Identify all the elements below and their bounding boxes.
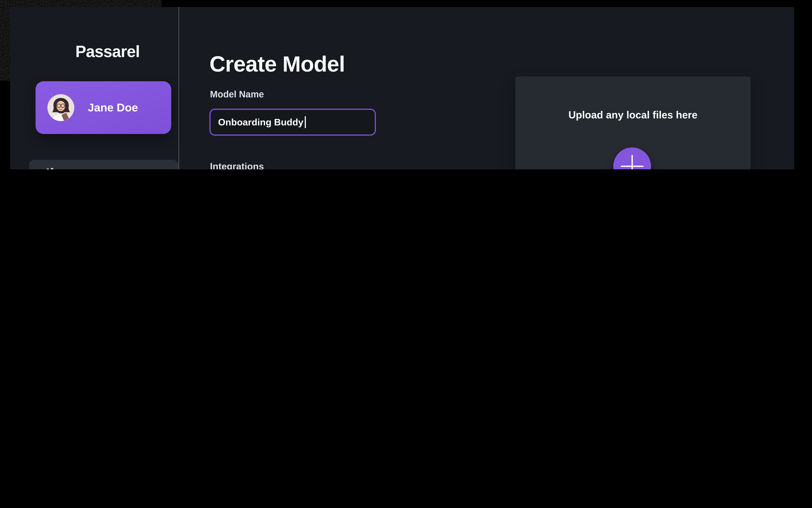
- screenshot-frame: Passarel Jane Doe: [0, 0, 812, 169]
- brain-circuit-icon: [41, 166, 55, 169]
- model-name-input[interactable]: Onboarding Buddy: [209, 109, 376, 136]
- add-file-button[interactable]: [613, 147, 651, 169]
- integrations-heading: Integrations: [210, 161, 264, 169]
- text-cursor: [305, 116, 306, 128]
- page-title: Create Model: [209, 52, 345, 77]
- brand-name: Passarel: [75, 43, 139, 61]
- user-name: Jane Doe: [88, 81, 138, 134]
- model-name-label: Model Name: [210, 89, 264, 100]
- upload-title: Upload any local files here: [515, 109, 750, 121]
- upload-dropzone[interactable]: Upload any local files here: [515, 76, 750, 169]
- ladder-logo-icon: [38, 29, 67, 67]
- model-name-value: Onboarding Buddy: [218, 117, 303, 128]
- avatar: [47, 94, 74, 121]
- app-window: Passarel Jane Doe: [10, 7, 794, 169]
- sidebar-item-label: Models: [63, 168, 94, 169]
- sidebar: Passarel Jane Doe: [10, 7, 179, 169]
- sidebar-item-models[interactable]: Models: [29, 160, 178, 169]
- plus-icon: [620, 154, 645, 169]
- user-card[interactable]: Jane Doe: [36, 81, 171, 134]
